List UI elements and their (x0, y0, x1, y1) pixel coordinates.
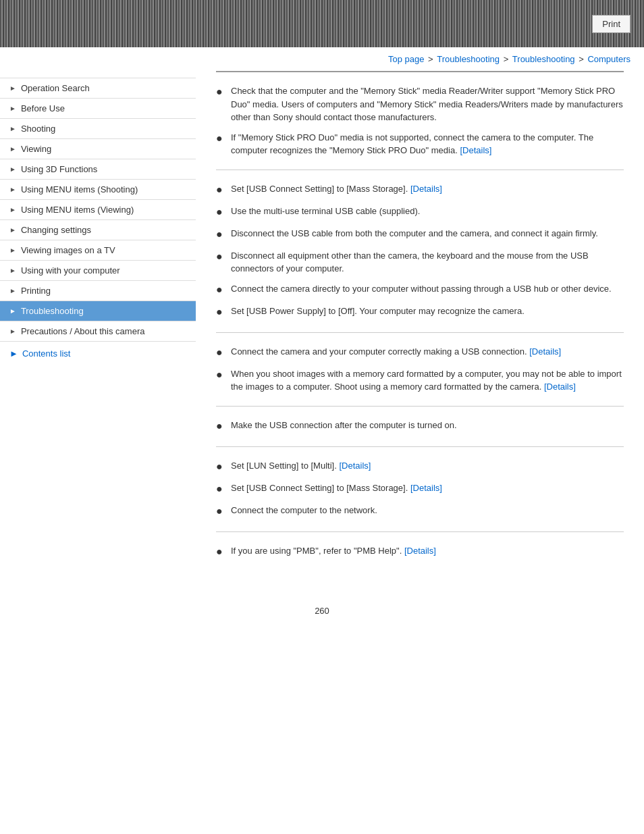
list-item: ● Connect the computer to the network. (216, 504, 624, 519)
bullet-text: Disconnect the USB cable from both the c… (231, 227, 598, 240)
bullet-text: Set [USB Connect Setting] to [Mass Stora… (231, 182, 442, 196)
bullet-text: Connect the camera directly to your comp… (231, 282, 612, 296)
sidebar: ► Operation Search ► Before Use ► Shooti… (0, 71, 196, 592)
list-item: ● Use the multi-use terminal USB cable (… (216, 205, 624, 220)
details-link-1[interactable]: [Details] (460, 145, 491, 155)
print-button[interactable]: Print (592, 15, 630, 33)
bullet-icon: ● (216, 282, 227, 298)
contents-link-label: Contents list (22, 348, 71, 359)
arrow-icon: ► (9, 246, 16, 254)
bullet-list-5: ● Set [LUN Setting] to [Multi]. [Details… (216, 459, 624, 519)
sidebar-item-menu-shooting[interactable]: ► Using MENU items (Shooting) (0, 179, 196, 199)
section-2: ● Set [USB Connect Setting] to [Mass Sto… (216, 170, 624, 332)
list-item: ● Disconnect all equipment other than th… (216, 249, 624, 276)
sidebar-label: Operation Search (21, 83, 90, 93)
breadcrumb: Top page > Troubleshooting > Troubleshoo… (0, 47, 644, 71)
bullet-list-2: ● Set [USB Connect Setting] to [Mass Sto… (216, 182, 624, 320)
list-item: ● Connect the camera and your computer c… (216, 345, 624, 361)
details-link-6[interactable]: [Details] (410, 483, 442, 493)
bullet-icon: ● (216, 226, 227, 242)
breadcrumb-sep-2: > (501, 54, 511, 64)
sidebar-item-before-use[interactable]: ► Before Use (0, 98, 196, 118)
bullet-list-4: ● Make the USB connection after the comp… (216, 419, 624, 434)
arrow-icon: ► (9, 186, 16, 193)
sidebar-label: Using 3D Functions (21, 164, 97, 174)
sidebar-item-precautions[interactable]: ► Precautions / About this camera (0, 321, 196, 342)
arrow-icon: ► (9, 307, 16, 315)
section-3: ● Connect the camera and your computer c… (216, 332, 624, 406)
bullet-icon: ● (216, 544, 227, 560)
list-item: ● Disconnect the USB cable from both the… (216, 227, 624, 242)
bullet-icon: ● (216, 249, 227, 265)
details-link-4[interactable]: [Details] (544, 382, 576, 392)
sidebar-item-operation-search[interactable]: ► Operation Search (0, 78, 196, 98)
bullet-text: Set [USB Power Supply] to [Off]. Your co… (231, 305, 525, 318)
sidebar-label: Viewing (21, 144, 51, 154)
section-4: ● Make the USB connection after the comp… (216, 406, 624, 446)
details-link-5[interactable]: [Details] (339, 461, 371, 471)
sidebar-label: Using with your computer (21, 265, 120, 276)
sidebar-item-3d-functions[interactable]: ► Using 3D Functions (0, 159, 196, 179)
list-item: ● If you are using "PMB", refer to "PMB … (216, 544, 624, 560)
bullet-text: Set [USB Connect Setting] to [Mass Stora… (231, 481, 442, 495)
breadcrumb-top-page[interactable]: Top page (388, 54, 425, 64)
list-item: ● Set [USB Power Supply] to [Off]. Your … (216, 305, 624, 320)
sidebar-item-troubleshooting[interactable]: ► Troubleshooting (0, 301, 196, 321)
bullet-text: Set [LUN Setting] to [Multi]. [Details] (231, 459, 371, 473)
breadcrumb-troubleshooting-1[interactable]: Troubleshooting (437, 54, 500, 64)
sidebar-item-shooting[interactable]: ► Shooting (0, 118, 196, 138)
bullet-icon: ● (216, 459, 227, 475)
breadcrumb-sep-3: > (576, 54, 587, 64)
sidebar-label: Before Use (21, 103, 65, 113)
details-link-2[interactable]: [Details] (410, 184, 442, 194)
contents-list-link[interactable]: ► Contents list (0, 342, 196, 365)
bullet-text: If "Memory Stick PRO Duo" media is not s… (231, 131, 624, 157)
bullet-text: If you are using "PMB", refer to "PMB He… (231, 544, 436, 558)
section-1: ● Check that the computer and the "Memor… (216, 71, 624, 170)
sidebar-label: Changing settings (21, 225, 91, 235)
bullet-list-1: ● Check that the computer and the "Memor… (216, 84, 624, 157)
bullet-icon: ● (216, 367, 227, 383)
bullet-text: Connect the computer to the network. (231, 504, 377, 517)
arrow-icon: ► (9, 145, 16, 153)
arrow-right-icon: ► (9, 348, 18, 359)
list-item: ● If "Memory Stick PRO Duo" media is not… (216, 131, 624, 157)
details-link-3[interactable]: [Details] (529, 346, 561, 357)
bullet-icon: ● (216, 130, 227, 147)
sidebar-label: Precautions / About this camera (21, 326, 145, 336)
sidebar-item-viewing[interactable]: ► Viewing (0, 138, 196, 159)
sidebar-label: Using MENU items (Shooting) (21, 184, 138, 194)
bullet-icon: ● (216, 344, 227, 361)
arrow-icon: ► (9, 125, 16, 132)
sidebar-label: Viewing images on a TV (21, 245, 115, 255)
sidebar-item-viewing-tv[interactable]: ► Viewing images on a TV (0, 240, 196, 260)
bullet-icon: ● (216, 481, 227, 497)
sidebar-label: Troubleshooting (21, 306, 84, 316)
sidebar-item-printing[interactable]: ► Printing (0, 280, 196, 301)
arrow-icon: ► (9, 165, 16, 173)
bullet-icon: ● (216, 204, 227, 220)
header: Print (0, 0, 644, 47)
sidebar-label: Printing (21, 286, 51, 296)
breadcrumb-computers[interactable]: Computers (587, 54, 630, 64)
list-item: ● Set [LUN Setting] to [Multi]. [Details… (216, 459, 624, 475)
bullet-text: Make the USB connection after the comput… (231, 419, 457, 432)
arrow-icon: ► (9, 105, 16, 112)
arrow-icon: ► (9, 267, 16, 274)
section-5: ● Set [LUN Setting] to [Multi]. [Details… (216, 446, 624, 531)
bullet-icon: ● (216, 418, 227, 434)
list-item: ● Set [USB Connect Setting] to [Mass Sto… (216, 481, 624, 497)
details-link-7[interactable]: [Details] (404, 546, 436, 556)
sidebar-item-using-computer[interactable]: ► Using with your computer (0, 260, 196, 280)
arrow-icon: ► (9, 84, 16, 92)
sidebar-item-menu-viewing[interactable]: ► Using MENU items (Viewing) (0, 199, 196, 219)
breadcrumb-troubleshooting-2[interactable]: Troubleshooting (512, 54, 575, 64)
bullet-list-3: ● Connect the camera and your computer c… (216, 345, 624, 394)
arrow-icon: ► (9, 287, 16, 294)
list-item: ● Check that the computer and the "Memor… (216, 84, 624, 124)
sidebar-item-changing-settings[interactable]: ► Changing settings (0, 219, 196, 240)
arrow-icon: ► (9, 226, 16, 234)
list-item: ● Set [USB Connect Setting] to [Mass Sto… (216, 182, 624, 198)
section-6: ● If you are using "PMB", refer to "PMB … (216, 531, 624, 572)
bullet-icon: ● (216, 503, 227, 519)
